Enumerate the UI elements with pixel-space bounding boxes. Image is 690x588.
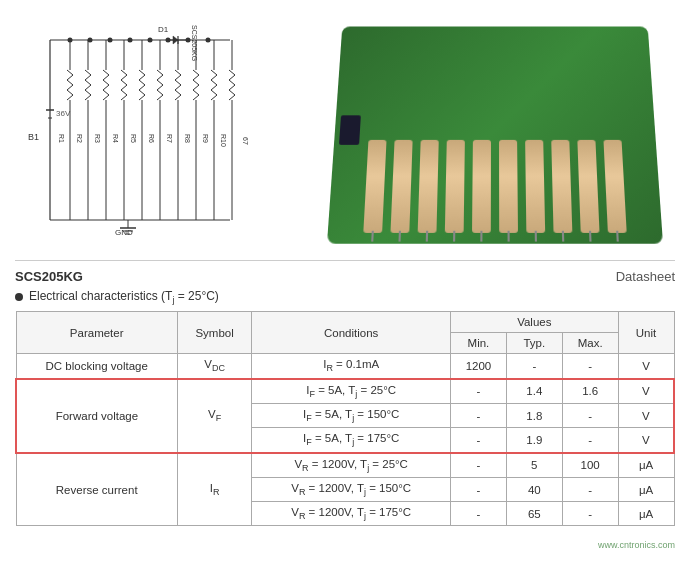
svg-text:R3: R3 (94, 134, 101, 143)
min-fwd-3: - (451, 428, 507, 453)
header-min: Min. (451, 333, 507, 354)
main-container: B1 36V D1 SCS205KG (0, 0, 690, 551)
table-row: Reverse current IR VR = 1200V, Tj = 25°C… (16, 453, 674, 478)
pcb-connector (339, 115, 361, 145)
unit-fwd-3: V (618, 428, 674, 453)
max-rev-1: 100 (562, 453, 618, 478)
max-dc: - (562, 354, 618, 379)
svg-point-18 (166, 38, 171, 43)
symbol-fwd: VF (177, 379, 251, 453)
typ-rev-1: 5 (506, 453, 562, 478)
conditions-rev-1: VR = 1200V, Tj = 25°C (252, 453, 451, 478)
conditions-rev-2: VR = 1200V, Tj = 150°C (252, 477, 451, 501)
min-rev-2: - (451, 477, 507, 501)
typ-fwd-1: 1.4 (506, 379, 562, 404)
header-typ: Typ. (506, 333, 562, 354)
pcb-image-area (320, 10, 670, 250)
max-fwd-3: - (562, 428, 618, 453)
header-parameter: Parameter (16, 312, 177, 354)
capacitor-3 (418, 140, 439, 233)
unit-fwd-2: V (618, 403, 674, 427)
svg-point-15 (108, 38, 113, 43)
unit-rev-3: μA (618, 502, 674, 526)
min-fwd-2: - (451, 403, 507, 427)
header-max: Max. (562, 333, 618, 354)
electrical-title-text: Electrical characteristics (Tj = 25°C) (29, 289, 219, 305)
typ-fwd-2: 1.8 (506, 403, 562, 427)
conditions-fwd-1: IF = 5A, Tj = 25°C (252, 379, 451, 404)
svg-text:R9: R9 (202, 134, 209, 143)
min-dc: 1200 (451, 354, 507, 379)
min-fwd-1: - (451, 379, 507, 404)
datasheet-section: SCS205KG Datasheet Electrical characteri… (0, 261, 690, 534)
symbol-dc: VDC (177, 354, 251, 379)
max-rev-3: - (562, 502, 618, 526)
conditions-fwd-2: IF = 5A, Tj = 150°C (252, 403, 451, 427)
max-fwd-1: 1.6 (562, 379, 618, 404)
svg-text:36V: 36V (56, 109, 71, 118)
param-fwd-voltage: Forward voltage (16, 379, 177, 453)
svg-text:R6: R6 (148, 134, 155, 143)
capacitor-6 (499, 140, 518, 233)
svg-text:67: 67 (242, 137, 249, 145)
svg-text:R8: R8 (184, 134, 191, 143)
capacitor-7 (525, 140, 545, 233)
svg-point-20 (206, 38, 211, 43)
svg-text:GND: GND (115, 228, 133, 237)
conditions-dc: IR = 0.1mA (252, 354, 451, 379)
typ-rev-2: 40 (506, 477, 562, 501)
param-reverse-current: Reverse current (16, 453, 177, 526)
svg-text:R2: R2 (76, 134, 83, 143)
capacitor-8 (551, 140, 572, 233)
svg-text:R4: R4 (112, 134, 119, 143)
pcb-capacitors (363, 140, 626, 233)
max-fwd-2: - (562, 403, 618, 427)
electrical-characteristics-title: Electrical characteristics (Tj = 25°C) (15, 289, 675, 305)
pcb-image (327, 27, 663, 244)
svg-point-19 (186, 38, 191, 43)
unit-dc: V (618, 354, 674, 379)
bullet-icon (15, 293, 23, 301)
datasheet-header: SCS205KG Datasheet (15, 269, 675, 284)
header-unit: Unit (618, 312, 674, 354)
svg-point-17 (148, 38, 153, 43)
conditions-fwd-3: IF = 5A, Tj = 175°C (252, 428, 451, 453)
unit-rev-2: μA (618, 477, 674, 501)
svg-text:B1: B1 (28, 132, 39, 142)
header-conditions: Conditions (252, 312, 451, 354)
typ-rev-3: 65 (506, 502, 562, 526)
capacitor-4 (445, 140, 465, 233)
symbol-reverse: IR (177, 453, 251, 526)
conditions-rev-3: VR = 1200V, Tj = 175°C (252, 502, 451, 526)
typ-dc: - (506, 354, 562, 379)
characteristics-table: Parameter Symbol Conditions Values Unit … (15, 311, 675, 526)
unit-rev-1: μA (618, 453, 674, 478)
capacitor-10 (603, 140, 626, 233)
capacitor-2 (390, 140, 412, 233)
svg-text:R7: R7 (166, 134, 173, 143)
table-header-row: Parameter Symbol Conditions Values Unit (16, 312, 674, 333)
svg-text:SCS205KG: SCS205KG (191, 25, 198, 61)
svg-point-16 (128, 38, 133, 43)
unit-fwd-1: V (618, 379, 674, 404)
circuit-diagram: B1 36V D1 SCS205KG (20, 10, 300, 250)
component-name: SCS205KG (15, 269, 83, 284)
datasheet-label: Datasheet (616, 269, 675, 284)
max-rev-2: - (562, 477, 618, 501)
typ-fwd-3: 1.9 (506, 428, 562, 453)
param-dc-blocking: DC blocking voltage (16, 354, 177, 379)
top-section: B1 36V D1 SCS205KG (0, 0, 690, 260)
svg-marker-9 (173, 36, 178, 44)
capacitor-1 (363, 140, 386, 233)
min-rev-3: - (451, 502, 507, 526)
header-symbol: Symbol (177, 312, 251, 354)
watermark: www.cntronics.com (598, 540, 675, 550)
capacitor-9 (577, 140, 599, 233)
table-row: DC blocking voltage VDC IR = 0.1mA 1200 … (16, 354, 674, 379)
svg-text:R10: R10 (220, 134, 227, 147)
min-rev-1: - (451, 453, 507, 478)
svg-text:D1: D1 (158, 25, 169, 34)
header-values: Values (451, 312, 619, 333)
capacitor-5 (472, 140, 491, 233)
svg-text:R5: R5 (130, 134, 137, 143)
